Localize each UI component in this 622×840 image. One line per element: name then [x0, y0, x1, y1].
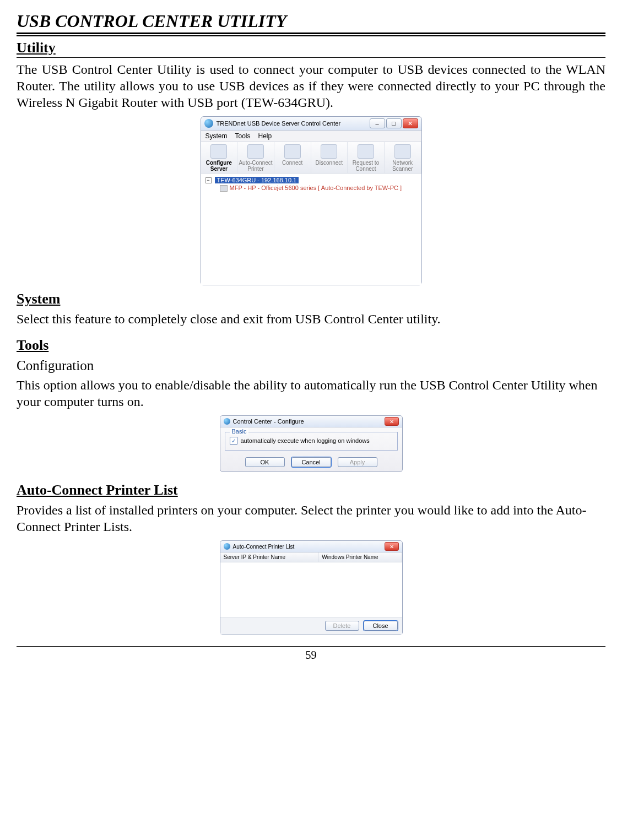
window-title: TRENDnet USB Device Server Control Cente…	[217, 120, 341, 127]
checkbox-icon[interactable]: ✓	[230, 437, 237, 445]
page-title: USB CONTROL CENTER UTILITY	[17, 11, 605, 34]
close-button[interactable]: Close	[364, 621, 398, 631]
app-window: TRENDnet USB Device Server Control Cente…	[201, 116, 422, 285]
tree-expand-icon[interactable]: −	[205, 177, 212, 183]
toolbar-disconnect[interactable]: Disconnect	[311, 142, 348, 173]
toolbar-label: Auto-Connect Printer	[239, 160, 272, 172]
printer-icon	[220, 185, 228, 192]
col-windows-printer[interactable]: Windows Printer Name	[318, 552, 402, 562]
toolbar-label: Configure Server	[206, 160, 232, 172]
checkbox-label: automatically execute when logging on wi…	[241, 437, 370, 444]
title-rule	[17, 35, 605, 36]
menu-tools[interactable]: Tools	[235, 132, 251, 140]
acpl-dialog: Auto-Connect Printer List ✕ Server IP & …	[220, 540, 403, 635]
minimize-button[interactable]: –	[370, 118, 385, 128]
basic-group: Basic ✓ automatically execute when loggi…	[225, 432, 398, 451]
menubar: System Tools Help	[201, 131, 421, 142]
configure-dialog: Control Center - Configure ✕ Basic ✓ aut…	[220, 415, 403, 472]
connect-icon	[284, 144, 301, 159]
toolbar-label: Request to Connect	[353, 160, 379, 172]
toolbar-request-to-connect[interactable]: Request to Connect	[348, 142, 385, 173]
dialog-close-button[interactable]: ✕	[385, 417, 399, 426]
dialog-button-row: OK Cancel Apply	[220, 455, 402, 472]
acpl-title: Auto-Connect Printer List	[233, 544, 295, 550]
utility-paragraph: The USB Control Center Utility is used t…	[17, 61, 605, 111]
network-scanner-icon	[394, 144, 411, 159]
acpl-close-button[interactable]: ✕	[385, 542, 399, 551]
acpl-button-row: Delete Close	[220, 617, 402, 635]
acpl-list-body[interactable]	[220, 562, 402, 617]
maximize-button[interactable]: □	[386, 118, 402, 128]
col-server-ip[interactable]: Server IP & Printer Name	[220, 552, 319, 562]
autoconnect-heading: Auto-Connect Printer List	[17, 482, 605, 498]
tree-root-label: TEW-634GRU - 192.168.10.1	[215, 177, 299, 183]
toolbar-label: Network Scanner	[392, 160, 413, 172]
auto-connect-printer-icon	[247, 144, 264, 159]
toolbar-configure-server[interactable]: Configure Server	[201, 142, 238, 173]
device-tree: − TEW-634GRU - 192.168.10.1 MFP - HP - O…	[201, 174, 421, 285]
acpl-titlebar: Auto-Connect Printer List ✕	[220, 541, 402, 552]
maximize-icon: □	[392, 120, 396, 127]
dialog-icon	[224, 543, 230, 550]
tree-root-node[interactable]: − TEW-634GRU - 192.168.10.1	[205, 177, 417, 183]
minimize-icon: –	[375, 120, 378, 127]
dialog-titlebar: Control Center - Configure ✕	[220, 416, 402, 427]
dialog-icon	[224, 418, 230, 425]
autostart-checkbox-row[interactable]: ✓ automatically execute when logging on …	[230, 437, 393, 445]
delete-button[interactable]: Delete	[325, 621, 359, 631]
dialog-title: Control Center - Configure	[233, 418, 304, 425]
acpl-list-header: Server IP & Printer Name Windows Printer…	[220, 552, 402, 562]
page-footer: 59	[17, 646, 605, 662]
utility-heading: Utility	[17, 40, 605, 58]
system-heading: System	[17, 291, 605, 307]
tools-paragraph: This option allows you to enable/disable…	[17, 377, 605, 410]
toolbar-label: Disconnect	[316, 160, 343, 166]
disconnect-icon	[321, 144, 337, 159]
request-connect-icon	[358, 144, 374, 159]
close-icon: ✕	[390, 544, 394, 550]
menu-help[interactable]: Help	[258, 132, 272, 140]
toolbar-label: Connect	[282, 160, 302, 166]
apply-button[interactable]: Apply	[338, 457, 377, 467]
toolbar: Configure Server Auto-Connect Printer Co…	[201, 142, 421, 174]
app-icon	[204, 119, 213, 128]
close-button[interactable]: ✕	[403, 118, 418, 128]
system-paragraph: Select this feature to completely close …	[17, 311, 605, 327]
close-icon: ✕	[390, 419, 394, 425]
page-number: 59	[306, 649, 317, 661]
toolbar-network-scanner[interactable]: Network Scanner	[385, 142, 421, 173]
tree-child-node[interactable]: MFP - HP - Officejet 5600 series [ Auto-…	[220, 185, 417, 192]
tools-heading: Tools	[17, 337, 605, 354]
titlebar: TRENDnet USB Device Server Control Cente…	[201, 117, 421, 131]
toolbar-auto-connect-printer[interactable]: Auto-Connect Printer	[237, 142, 274, 173]
tools-sub: Configuration	[17, 358, 605, 373]
ok-button[interactable]: OK	[245, 457, 285, 467]
toolbar-connect[interactable]: Connect	[274, 142, 311, 173]
close-icon: ✕	[408, 120, 413, 127]
configure-server-icon	[210, 144, 227, 159]
tree-child-label: MFP - HP - Officejet 5600 series [ Auto-…	[230, 185, 402, 191]
menu-system[interactable]: System	[205, 132, 228, 140]
cancel-button[interactable]: Cancel	[291, 457, 331, 467]
autoconnect-paragraph: Provides a list of installed printers on…	[17, 502, 605, 535]
group-legend: Basic	[230, 428, 249, 435]
